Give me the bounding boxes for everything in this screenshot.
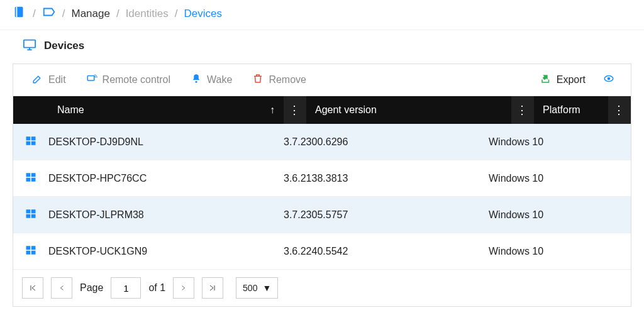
- remote-label: Remote control: [103, 74, 171, 86]
- pager-size-value: 500: [243, 283, 257, 293]
- cell-platform: Windows 10: [489, 209, 631, 221]
- th-version[interactable]: Agent version: [306, 96, 511, 124]
- devices-panel: Edit Remote control Wake Remove Export N…: [13, 63, 631, 307]
- breadcrumb-manage[interactable]: Manage: [71, 8, 109, 20]
- svg-rect-20: [31, 214, 36, 218]
- svg-rect-16: [31, 177, 36, 181]
- cell-name: DESKTOP-JLPRM38: [48, 209, 284, 221]
- remove-label: Remove: [269, 74, 306, 86]
- cell-platform: Windows 10: [489, 246, 631, 257]
- trash-icon: [252, 73, 264, 87]
- cell-name: DESKTOP-UCK1GN9: [48, 246, 284, 257]
- th-version-menu[interactable]: ⋮: [511, 96, 534, 124]
- th-select: [13, 96, 48, 124]
- book-icon[interactable]: [13, 5, 26, 22]
- pager-last-button[interactable]: [202, 277, 223, 299]
- remove-button[interactable]: Remove: [243, 70, 315, 89]
- windows-icon: [25, 245, 36, 258]
- svg-rect-22: [31, 246, 36, 250]
- svg-rect-24: [31, 250, 36, 254]
- cell-version: 3.7.2300.6296: [284, 136, 489, 148]
- pager-prev-button[interactable]: [51, 277, 72, 299]
- toolbar: Edit Remote control Wake Remove Export: [13, 64, 631, 96]
- svg-rect-13: [26, 173, 31, 177]
- remote-icon: [86, 73, 97, 87]
- table-row[interactable]: DESKTOP-DJ9D9NL 3.7.2300.6296 Windows 10: [13, 124, 631, 160]
- view-settings-button[interactable]: [597, 70, 621, 89]
- breadcrumb-sep: /: [116, 8, 119, 20]
- pager-first-button[interactable]: [22, 277, 43, 299]
- svg-rect-2: [24, 40, 35, 48]
- windows-icon: [25, 208, 36, 222]
- bell-icon: [191, 73, 202, 87]
- table-row[interactable]: DESKTOP-JLPRM38 3.7.2305.5757 Windows 10: [13, 197, 631, 233]
- svg-rect-11: [26, 141, 31, 145]
- th-platform-label: Platform: [543, 104, 580, 116]
- pager-page-input[interactable]: [111, 277, 141, 299]
- table-header: Name ↑ ⋮ Agent version ⋮ Platform ⋮: [13, 96, 631, 124]
- svg-rect-9: [26, 136, 31, 140]
- svg-rect-19: [26, 214, 31, 218]
- export-label: Export: [557, 74, 586, 86]
- cell-name: DESKTOP-HPC76CC: [48, 173, 284, 184]
- breadcrumb-identities[interactable]: Identities: [126, 8, 169, 20]
- wake-button[interactable]: Wake: [182, 70, 241, 89]
- pager: Page of 1 500 ▼: [13, 270, 631, 306]
- page-title: Devices: [44, 40, 84, 52]
- remote-control-button[interactable]: Remote control: [77, 70, 180, 89]
- pencil-icon: [32, 73, 43, 87]
- export-icon: [540, 73, 552, 87]
- svg-rect-10: [31, 136, 36, 140]
- th-name-label: Name: [57, 104, 84, 116]
- svg-rect-15: [26, 177, 31, 181]
- cell-platform: Windows 10: [489, 136, 631, 148]
- breadcrumb-sep: /: [33, 8, 36, 20]
- edit-label: Edit: [48, 74, 66, 86]
- svg-rect-17: [26, 209, 31, 213]
- tag-icon[interactable]: [42, 5, 56, 22]
- svg-point-8: [608, 77, 611, 80]
- svg-rect-1: [16, 7, 18, 18]
- page-header: Devices: [0, 30, 644, 63]
- eye-icon: [603, 73, 614, 87]
- pager-next-button[interactable]: [173, 277, 194, 299]
- breadcrumb-sep: /: [175, 8, 178, 20]
- table-row[interactable]: DESKTOP-UCK1GN9 3.6.2240.5542 Windows 10: [13, 233, 631, 270]
- svg-rect-5: [87, 76, 94, 81]
- windows-icon: [25, 172, 36, 185]
- windows-icon: [25, 135, 36, 149]
- pager-size-select[interactable]: 500 ▼: [236, 277, 278, 299]
- pager-of-label: of 1: [148, 282, 165, 294]
- pager-page-label: Page: [80, 282, 103, 294]
- cell-platform: Windows 10: [489, 173, 631, 184]
- svg-point-6: [196, 81, 197, 83]
- chevron-down-icon: ▼: [262, 283, 271, 293]
- sort-asc-icon: ↑: [270, 104, 275, 116]
- th-platform-menu[interactable]: ⋮: [608, 96, 631, 124]
- edit-button[interactable]: Edit: [23, 70, 75, 89]
- table-row[interactable]: DESKTOP-HPC76CC 3.6.2138.3813 Windows 10: [13, 160, 631, 197]
- breadcrumb-sep: /: [62, 8, 65, 20]
- breadcrumb: / / Manage / Identities / Devices: [0, 0, 644, 30]
- wake-label: Wake: [207, 74, 232, 86]
- th-platform[interactable]: Platform: [534, 96, 608, 124]
- svg-rect-18: [31, 209, 36, 213]
- th-version-label: Agent version: [315, 104, 377, 116]
- monitor-icon: [23, 38, 36, 53]
- th-name[interactable]: Name ↑: [48, 96, 284, 124]
- svg-rect-23: [26, 250, 31, 254]
- cell-version: 3.6.2138.3813: [284, 173, 489, 184]
- breadcrumb-devices[interactable]: Devices: [184, 8, 221, 20]
- cell-version: 3.7.2305.5757: [284, 209, 489, 221]
- cell-name: DESKTOP-DJ9D9NL: [48, 136, 284, 148]
- svg-rect-21: [26, 246, 31, 250]
- table-body: DESKTOP-DJ9D9NL 3.7.2300.6296 Windows 10…: [13, 124, 631, 270]
- cell-version: 3.6.2240.5542: [284, 246, 489, 257]
- th-name-menu[interactable]: ⋮: [284, 96, 306, 124]
- export-button[interactable]: Export: [531, 70, 594, 89]
- svg-rect-14: [31, 173, 36, 177]
- svg-rect-12: [31, 141, 36, 145]
